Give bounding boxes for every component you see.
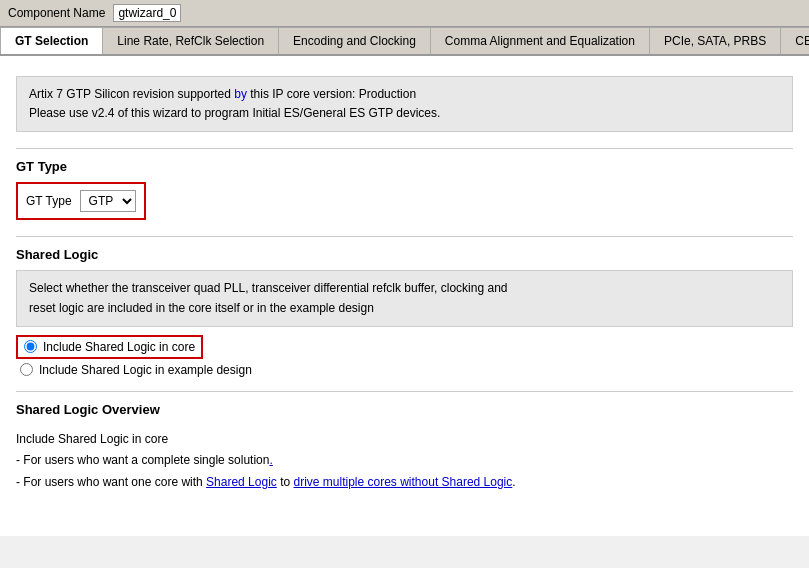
gt-type-select[interactable]: GTP GTX GTH — [80, 190, 136, 212]
radio-include-example-label[interactable]: Include Shared Logic in example design — [39, 363, 252, 377]
info-line1: Artix 7 GTP Silicon revision supported b… — [29, 85, 780, 104]
info-by-text: by — [234, 87, 247, 101]
shared-logic-desc-line1: Select whether the transceiver quad PLL,… — [29, 279, 780, 298]
gt-type-row: GT Type GTP GTX GTH — [16, 182, 146, 220]
overview-line2: - For users who want a complete single s… — [16, 450, 793, 472]
shared-logic-overview-title: Shared Logic Overview — [16, 402, 793, 417]
overview-line2-link: . — [269, 453, 272, 467]
overview-line1: Include Shared Logic in core — [16, 429, 793, 451]
main-content: Artix 7 GTP Silicon revision supported b… — [0, 56, 809, 536]
gt-type-title: GT Type — [16, 159, 793, 174]
shared-logic-desc: Select whether the transceiver quad PLL,… — [16, 270, 793, 326]
radio-group: Include Shared Logic in core Include Sha… — [16, 335, 793, 377]
component-name-value: gtwizard_0 — [113, 4, 181, 22]
tabs-bar: GT SelectionLine Rate, RefClk SelectionE… — [0, 27, 809, 56]
tab-encoding-clocking[interactable]: Encoding and Clocking — [279, 27, 431, 54]
overview-text: Include Shared Logic in core - For users… — [16, 429, 793, 494]
tab-pcie-sata[interactable]: PCIe, SATA, PRBS — [650, 27, 781, 54]
radio-include-core[interactable] — [24, 340, 37, 353]
shared-logic-link[interactable]: Shared Logic — [206, 475, 277, 489]
info-line2: Please use v2.4 of this wizard to progra… — [29, 104, 780, 123]
radio-include-example[interactable] — [20, 363, 33, 376]
radio-option-core: Include Shared Logic in core — [16, 335, 203, 359]
drive-multiple-link[interactable]: drive multiple cores without Shared Logi… — [293, 475, 512, 489]
radio-include-core-label[interactable]: Include Shared Logic in core — [43, 340, 195, 354]
component-name-label: Component Name — [8, 6, 105, 20]
gt-type-label: GT Type — [26, 194, 72, 208]
radio-option-example: Include Shared Logic in example design — [20, 363, 793, 377]
shared-logic-desc-line2: reset logic are included in the core its… — [29, 299, 780, 318]
tab-comma-alignment[interactable]: Comma Alignment and Equalization — [431, 27, 650, 54]
overview-line3: - For users who want one core with Share… — [16, 472, 793, 494]
tab-cb[interactable]: CB ar — [781, 27, 809, 54]
info-box: Artix 7 GTP Silicon revision supported b… — [16, 76, 793, 132]
tab-gt-selection[interactable]: GT Selection — [0, 27, 103, 56]
shared-logic-title: Shared Logic — [16, 247, 793, 262]
tab-line-rate[interactable]: Line Rate, RefClk Selection — [103, 27, 279, 54]
overview-section: Include Shared Logic in core - For users… — [16, 429, 793, 494]
